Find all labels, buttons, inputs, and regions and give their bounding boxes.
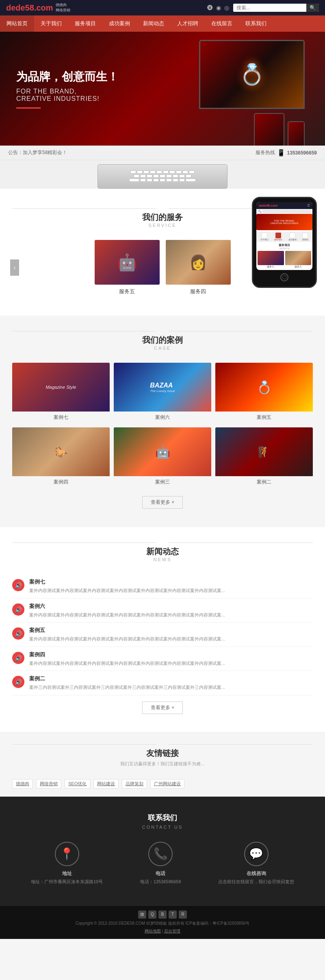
case-robot-icon: 🤖 xyxy=(155,445,170,459)
phone-contact-glyph: 📞 xyxy=(154,847,168,860)
case-bazaar: BAZAA xyxy=(150,382,175,389)
phone-mock-header: dede58.com ☰ xyxy=(256,202,312,209)
search-button[interactable]: 🔍 xyxy=(306,4,319,12)
news-bullet-icon-1: 🔊 xyxy=(12,579,24,591)
footer-sitemap-link[interactable]: 网站地图 xyxy=(145,929,161,933)
link-item-4[interactable]: 网站建设 xyxy=(93,779,119,788)
wechat-icon[interactable]: ◎ xyxy=(224,4,229,11)
list-item: 🔊 案例五 案外内容测试案外内容测试案外内容测试案外内容测试案外内容测试案外内容… xyxy=(12,623,313,647)
footer-icon-5[interactable]: R xyxy=(179,910,187,919)
news-title-3[interactable]: 案例五 xyxy=(29,627,225,634)
case-label-6: 案例六 xyxy=(114,412,211,423)
view-more-news-link[interactable]: 查看更多 + xyxy=(142,701,183,714)
case-luxury: The Luxury Issue xyxy=(150,389,175,393)
hero-banner: 为品牌，创意而生！ FOR THE BRAND, CREATIVE INDUST… xyxy=(0,32,325,146)
case-label-2: 案例二 xyxy=(215,476,313,488)
kb-row-3 xyxy=(100,179,225,182)
phone-nav-about: 关于我们 xyxy=(260,233,269,241)
kb-key xyxy=(173,174,178,178)
phone-service-title: 服务项目 xyxy=(256,243,312,247)
qq-icon[interactable]: ◉ xyxy=(216,4,221,11)
kb-key xyxy=(143,170,149,174)
nav-item-home[interactable]: 网站首页 xyxy=(0,15,34,32)
cases-heading: 我们的案例 xyxy=(12,335,313,346)
nav-item-contact[interactable]: 联系我们 xyxy=(239,15,273,32)
link-item-3[interactable]: SEO优化 xyxy=(65,779,90,788)
kb-row-2 xyxy=(100,174,225,178)
phone-nav-case: 成功案例 xyxy=(288,233,297,241)
link-item-2[interactable]: 网络营销 xyxy=(36,779,61,788)
link-item-1[interactable]: 德德肉 xyxy=(12,779,33,788)
view-more-news: 查看更多 + xyxy=(12,701,313,714)
phone-search: 🔍 xyxy=(256,209,312,214)
phone-hero-content: FOR THE BRAND, CREATIVE INDUSTRIES! xyxy=(270,220,298,224)
case-thumb-7: Magazine Style xyxy=(12,363,110,412)
footer-icon-2[interactable]: Q xyxy=(148,910,156,919)
nav-item-news[interactable]: 新闻动态 xyxy=(136,15,171,32)
phone-screen-inner: dede58.com ☰ 🔍 FOR THE BRAND, CREATIVE I… xyxy=(256,202,312,270)
device-laptop: 💍 xyxy=(199,40,305,109)
kb-key xyxy=(166,174,172,178)
view-more-cases-link[interactable]: 查看更多 + xyxy=(142,496,183,509)
news-title-1[interactable]: 案例七 xyxy=(29,578,225,586)
nav-item-about[interactable]: 关于我们 xyxy=(34,15,68,32)
contact-grid: 📍 地址 地址：广州市番禺区洛冬东源路10号 📞 电话 电话：135365966… xyxy=(12,842,313,885)
kb-key xyxy=(160,174,165,178)
nav-item-cases[interactable]: 成功案例 xyxy=(102,15,136,32)
search-input[interactable] xyxy=(233,4,306,12)
case-label-5: 案例五 xyxy=(215,412,313,423)
kb-key xyxy=(182,170,188,174)
links-list: 德德肉 网络营销 SEO优化 网站建设 品牌策划 广州网站建设 xyxy=(12,779,313,788)
case-label-7: 案例七 xyxy=(12,412,110,423)
kb-key xyxy=(140,174,146,178)
news-title-5[interactable]: 案例二 xyxy=(29,675,225,682)
phone-nav-label-case: 成功案例 xyxy=(288,238,297,241)
cases-divider xyxy=(12,331,313,331)
link-item-5[interactable]: 品牌策划 xyxy=(122,779,147,788)
nav-item-message[interactable]: 在线留言 xyxy=(205,15,239,32)
news-text-4: 案外内容测试案外内容测试案外内容测试案外内容测试案外内容测试案外内容测试案外内容… xyxy=(29,660,225,667)
location-icon-glyph: 📍 xyxy=(60,847,74,860)
news-title-4[interactable]: 案例四 xyxy=(29,651,225,658)
slider-prev-arrow[interactable]: ‹ xyxy=(10,259,19,276)
case-card-6: BAZAA The Luxury Issue 案例六 xyxy=(114,363,211,423)
case-horse-icon: 🐎 xyxy=(55,446,67,458)
footer-icon-1[interactable]: 微 xyxy=(138,910,146,919)
view-more-cases: 查看更多 + xyxy=(12,496,313,509)
phone-nav-news: 新闻动 xyxy=(302,233,308,241)
chat-icon[interactable]: 💬 xyxy=(244,842,269,866)
news-list: 🔊 案例七 案外内容测试案外内容测试案外内容测试案外内容测试案外内容测试案外内容… xyxy=(12,574,313,695)
device-row xyxy=(254,113,305,146)
search-bar: 🔍 xyxy=(233,4,319,12)
news-title-2[interactable]: 案例六 xyxy=(29,603,225,610)
hero-devices: 💍 xyxy=(199,40,305,146)
weibo-icon[interactable]: 🅦 xyxy=(207,4,213,11)
contact-address-value: 地址：广州市番禺区洛冬东源路10号 xyxy=(31,879,103,885)
kb-key xyxy=(147,179,152,182)
phone-screen xyxy=(288,122,304,146)
phone-home-button[interactable] xyxy=(280,273,288,281)
footer-icon-4[interactable]: T xyxy=(169,910,177,919)
kb-key xyxy=(130,170,136,174)
phone-menu-icon: ☰ xyxy=(307,204,310,207)
phone-home-inner xyxy=(282,275,286,279)
kb-key xyxy=(156,170,162,174)
location-icon: 📍 xyxy=(55,842,79,866)
phone-card-7: 服务七 xyxy=(258,251,284,269)
footer-icon-3[interactable]: B xyxy=(158,910,167,919)
contact-online-label: 在线咨询 xyxy=(218,870,294,877)
news-text-5: 案外三内容测试案外三内容测试案外三内容测试案外三内容测试案外三内容测试案外三内容… xyxy=(29,684,225,691)
nav-item-recruitment[interactable]: 人才招聘 xyxy=(171,15,205,32)
contact-online: 💬 在线咨询 点击前往在线留言，我们会尽快回复您 xyxy=(218,842,294,885)
kb-key xyxy=(179,179,185,182)
nav-item-services[interactable]: 服务项目 xyxy=(68,15,102,32)
link-item-6[interactable]: 广州网站建设 xyxy=(150,779,184,788)
cases-title: 我们的案例 CASE xyxy=(12,331,313,351)
hero-divider xyxy=(16,107,41,109)
kb-key xyxy=(163,170,169,174)
contact-phone-value: 电话：13536596659 xyxy=(140,879,181,885)
news-content-2: 案例六 案外内容测试案外内容测试案外内容测试案外内容测试案外内容测试案外内容测试… xyxy=(29,603,225,618)
case-label-4: 案例四 xyxy=(12,476,110,488)
footer-admin-link[interactable]: 后台管理 xyxy=(164,929,180,933)
news-title: 新闻动态 NEWS xyxy=(12,542,313,562)
